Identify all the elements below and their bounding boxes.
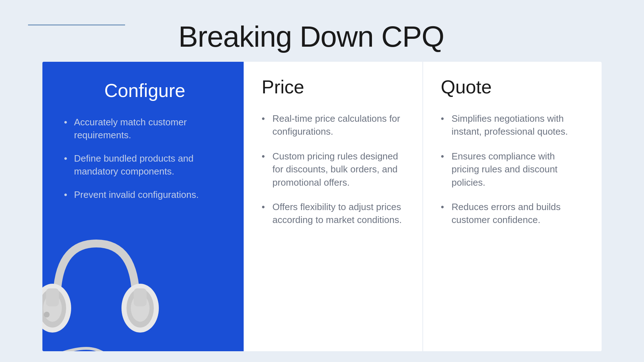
configure-item-1: Accurately match customer requirements. (64, 116, 226, 142)
configure-list: Accurately match customer requirements. … (64, 116, 226, 201)
configure-item-2: Define bundled products and mandatory co… (64, 152, 226, 178)
content-area: Configure Accurately match customer requ… (42, 62, 602, 351)
page-title: Breaking Down CPQ (0, 20, 622, 54)
quote-title: Quote (441, 76, 584, 98)
svg-rect-7 (134, 288, 147, 306)
quote-item-1: Simplifies negotiations with instant, pr… (441, 112, 584, 138)
price-panel: Price Real-time price calculations for c… (244, 62, 423, 351)
svg-rect-6 (46, 288, 59, 306)
price-list: Real-time price calculations for configu… (262, 112, 405, 227)
quote-panel: Quote Simplifies negotiations with insta… (423, 62, 602, 351)
price-item-1: Real-time price calculations for configu… (262, 112, 405, 138)
price-title: Price (262, 76, 405, 98)
headphone-illustration (42, 222, 165, 351)
price-item-2: Custom pricing rules designed for discou… (262, 150, 405, 189)
quote-item-2: Ensures compliance with pricing rules an… (441, 150, 584, 189)
quote-list: Simplifies negotiations with instant, pr… (441, 112, 584, 227)
configure-item-3: Prevent invalid configurations. (64, 188, 226, 201)
quote-item-3: Reduces errors and builds customer confi… (441, 200, 584, 227)
configure-panel: Configure Accurately match customer requ… (42, 62, 244, 351)
svg-point-8 (44, 312, 50, 317)
price-item-3: Offers flexibility to adjust prices acco… (262, 200, 405, 227)
configure-title: Configure (64, 80, 226, 101)
